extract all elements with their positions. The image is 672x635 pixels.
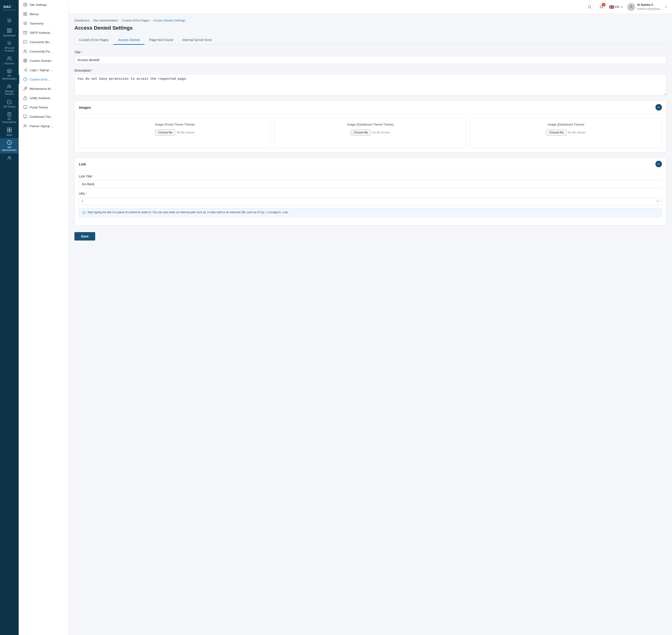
svg-point-29	[24, 50, 25, 51]
images-title: Images	[79, 106, 91, 109]
svg-rect-20	[7, 130, 9, 132]
no-file-text-1: No file chosen	[372, 131, 390, 134]
svg-text:DIGITAL APICRAFT: DIGITAL APICRAFT	[3, 9, 15, 11]
description-textarea[interactable]: You do not have permission to access the…	[74, 74, 666, 95]
nav-item-manage-partners[interactable]: Manage Partners	[0, 82, 19, 97]
nav-rail: DAC DIGITAL APICRAFT Dashboard APIs and …	[0, 0, 19, 635]
user-menu[interactable]: Hi Swetha V swetha.v@digitala...	[627, 3, 667, 11]
chevron-up-icon-link	[657, 162, 660, 166]
tab-internal-server-error[interactable]: Internal Server Error	[178, 36, 217, 45]
breadcrumb: Dashboard › Site Administration › Custom…	[74, 19, 666, 22]
breadcrumb-custom-error[interactable]: Custom Error Pages	[122, 19, 150, 22]
images-grid: Image (Portal Theme Theme) Choose file N…	[79, 118, 662, 148]
images-toggle[interactable]	[655, 104, 662, 111]
sidebar-item-saml-auth[interactable]: SAML Authenti...	[19, 93, 69, 103]
image-card-label-2: Image (Dashboard Theme)	[548, 123, 584, 126]
svg-text:DAC: DAC	[3, 5, 11, 9]
tab-custom-error-pages[interactable]: Custom Error Pages	[74, 36, 113, 45]
title-group: Title*	[74, 50, 666, 64]
sidebar-item-site-settings[interactable]: Site Settings	[19, 0, 69, 9]
url-input[interactable]	[79, 197, 662, 205]
url-info-text: Start typing the title of a piece of con…	[87, 211, 288, 214]
sidebar-item-maintenance-m[interactable]: Maintenance M...	[19, 84, 69, 93]
nav-item-partners[interactable]: Partners	[0, 54, 19, 67]
file-input-row-0: Choose file No file chosen	[155, 130, 194, 135]
svg-rect-24	[24, 13, 25, 14]
breadcrumb-dashboard[interactable]: Dashboard	[74, 19, 89, 22]
url-input-wrapper	[79, 197, 662, 205]
nav-item-api-subscriptions[interactable]: API Subscriptions	[0, 110, 19, 126]
svg-line-47	[590, 8, 591, 8]
sidebar-item-portal-theme[interactable]: Portal Theme	[19, 103, 69, 112]
nav-item-site-admin[interactable]: Site Administration	[0, 138, 19, 153]
svg-point-9	[9, 42, 10, 44]
title-label: Title*	[74, 50, 666, 54]
search-button[interactable]	[586, 3, 593, 11]
link-section: Link Link Title* URL*	[74, 157, 666, 225]
svg-rect-14	[8, 112, 11, 117]
no-file-text-2: No file chosen	[568, 131, 586, 134]
images-section-header[interactable]: Images	[75, 101, 666, 114]
nav-item-dashboard[interactable]: Dashboard	[0, 26, 19, 39]
link-section-header[interactable]: Link	[75, 157, 666, 171]
svg-point-49	[657, 200, 659, 202]
choose-file-button-0[interactable]: Choose file	[155, 130, 175, 135]
choose-file-button-2[interactable]: Choose file	[546, 130, 566, 135]
nav-item-apps[interactable]: Apps	[0, 126, 19, 138]
sidebar-item-menus[interactable]: Menus	[19, 9, 69, 19]
sidebar-item-login-signup[interactable]: Login / Signup ...	[19, 65, 69, 75]
sidebar-item-taxonomy[interactable]: Taxonomy	[19, 19, 69, 28]
nav-item-api-testing[interactable]: API Testing	[0, 97, 19, 110]
title-input[interactable]	[74, 56, 666, 64]
svg-rect-36	[24, 98, 27, 100]
description-group: Description* You do not have permission …	[74, 69, 666, 96]
info-icon	[82, 211, 86, 215]
topbar: 0 🇬🇧 EN Hi Swetha V swetha.v@digitala...	[69, 0, 672, 14]
tab-access-denied[interactable]: Access Denied	[113, 36, 145, 45]
sidebar-item-partner-signup[interactable]: Partner Signup ...	[19, 121, 69, 131]
save-button[interactable]: Save	[74, 232, 95, 241]
nav-item-extra[interactable]	[0, 153, 19, 162]
svg-rect-40	[24, 115, 27, 117]
svg-point-48	[630, 5, 632, 7]
language-selector[interactable]: 🇬🇧 EN	[609, 4, 624, 9]
hamburger-button[interactable]	[0, 15, 19, 26]
svg-rect-19	[9, 128, 12, 130]
svg-rect-8	[10, 31, 11, 32]
image-card-label-0: Image (Portal Theme Theme)	[155, 123, 195, 126]
link-title-input[interactable]	[79, 180, 662, 188]
sidebar-item-smtp-auth[interactable]: SMTP Authenti...	[19, 28, 69, 37]
notification-badge: 0	[602, 3, 606, 6]
sidebar-item-custom-domain[interactable]: Custom Domain	[19, 56, 69, 65]
breadcrumb-site-admin[interactable]: Site Administration	[93, 19, 118, 22]
lang-label: EN	[615, 5, 619, 9]
breadcrumb-current: Access Denied Settings	[153, 19, 185, 22]
no-file-text-0: No file chosen	[177, 131, 194, 134]
avatar	[627, 3, 635, 11]
sidebar-item-custom-error[interactable]: Custom Error ...	[19, 75, 69, 84]
svg-rect-26	[24, 15, 25, 16]
nav-item-api-admin[interactable]: API Administration	[0, 67, 19, 82]
tab-page-not-found[interactable]: Page Not Found	[145, 36, 178, 45]
sidebar: Site Settings Menus Taxonomy SMTP Authen…	[19, 0, 69, 635]
nav-item-apis-products[interactable]: APIs and Products	[0, 39, 19, 54]
svg-point-23	[25, 4, 26, 5]
chevron-up-icon	[657, 106, 660, 109]
svg-point-11	[8, 85, 9, 86]
sidebar-item-comments-mod[interactable]: Comments Mo...	[19, 37, 69, 47]
notifications-button[interactable]: 0	[597, 3, 605, 11]
description-label: Description*	[74, 69, 666, 72]
sidebar-item-dashboard-the[interactable]: Dashboard The...	[19, 112, 69, 121]
url-group: URL* Start typing the title of a p	[79, 192, 662, 217]
svg-line-50	[659, 201, 659, 202]
svg-rect-21	[9, 130, 12, 132]
url-info-box: Start typing the title of a piece of con…	[79, 208, 662, 217]
link-title-group: Link Title*	[79, 175, 662, 188]
link-toggle[interactable]	[655, 161, 662, 167]
file-input-row-1: Choose file No file chosen	[351, 130, 390, 135]
chevron-down-icon	[664, 5, 667, 9]
sidebar-item-community-pa[interactable]: Community Pa...	[19, 47, 69, 56]
choose-file-button-1[interactable]: Choose file	[351, 130, 371, 135]
image-card-label-1: Image (Dashboard Theme Theme)	[347, 123, 394, 126]
image-card-dashboard-theme: Image (Dashboard Theme) Choose file No f…	[470, 118, 662, 148]
